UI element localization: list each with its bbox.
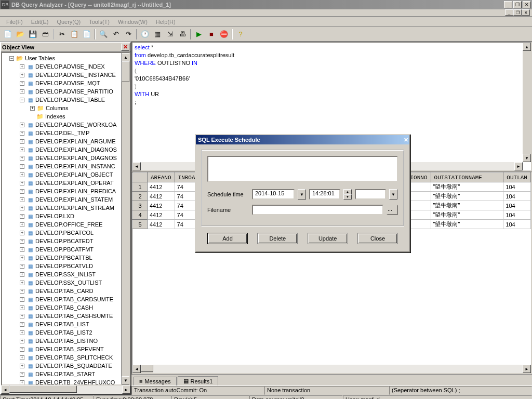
menu-file[interactable]: File(F) bbox=[2, 18, 27, 26]
tree-item[interactable]: +▦DEVELOP.EXPLAIN_STREAM bbox=[2, 204, 130, 212]
tree-item[interactable]: +▦DEVELOP.TAB_CASH bbox=[2, 303, 130, 312]
tab-messages[interactable]: ≡Messages bbox=[134, 377, 177, 385]
tree-scrollbar[interactable]: ▲ ▼ bbox=[121, 53, 129, 384]
tree-item[interactable]: +▦DEVELOP.TAB_START bbox=[2, 370, 130, 378]
tree-item[interactable]: +▦DEVELOP.TAB_SQUADDATE bbox=[2, 362, 130, 370]
results-hscroll[interactable]: ◄ ► bbox=[132, 365, 531, 373]
time-spinner[interactable]: ▲▼ bbox=[343, 189, 352, 200]
save-all-icon[interactable]: 🗃 bbox=[39, 29, 51, 40]
tree-item[interactable]: +▦DEVELOP.EXPLAIN_DIAGNOS bbox=[2, 145, 130, 154]
table-icon[interactable]: ▦ bbox=[152, 29, 163, 40]
tree-item[interactable]: +▦DEVELOP.TAB_LIST bbox=[2, 320, 130, 328]
close-button-dlg[interactable]: Close bbox=[357, 233, 398, 244]
tree-columns[interactable]: +📁Columns bbox=[2, 104, 130, 112]
copy-icon[interactable]: 📋 bbox=[69, 29, 80, 40]
mdi-close-button[interactable]: ✕ bbox=[522, 9, 530, 16]
schedule-repeat-combo[interactable] bbox=[355, 189, 386, 200]
tree-item[interactable]: +▦DEVELOP.EXPLAIN_OBJECT bbox=[2, 170, 130, 179]
tree-item[interactable]: +▦DEVELOP.ADVISE_INDEX bbox=[2, 62, 130, 71]
schedule-date-input[interactable]: 2014-10-15 bbox=[252, 189, 295, 200]
paste-icon[interactable]: 📄 bbox=[81, 29, 92, 40]
redo-icon[interactable]: ↷ bbox=[123, 29, 134, 40]
messages-icon: ≡ bbox=[139, 378, 142, 384]
schedule-time-input[interactable]: 14:28:01 bbox=[309, 189, 340, 200]
object-view-hscroll[interactable]: ◄ ► bbox=[1, 385, 130, 394]
undo-icon[interactable]: ↶ bbox=[110, 29, 122, 40]
tree-item[interactable]: +▦DEVELOP.ADVISE_MQT bbox=[2, 79, 130, 87]
menu-query[interactable]: Query(Q) bbox=[52, 18, 85, 26]
tree-item[interactable]: +▦DEVELOP.PBCATVLD bbox=[2, 262, 130, 270]
minimize-button[interactable]: _ bbox=[504, 1, 512, 8]
tree-item[interactable]: +▦DEVELOP.EXPLAIN_STATEM bbox=[2, 195, 130, 204]
add-button[interactable]: Add bbox=[207, 233, 248, 244]
grid-header[interactable]: OUTSTATIONNAME bbox=[431, 173, 503, 182]
tree-item[interactable]: +▦DEVELOP.ADVISE_INSTANCE bbox=[2, 71, 130, 79]
schedule-icon[interactable]: 🕐 bbox=[139, 29, 151, 40]
tree-item[interactable]: +▦DEVELOP.EXPLAIN_PREDICA bbox=[2, 187, 130, 195]
find-icon[interactable]: 🔍 bbox=[98, 29, 109, 40]
tree-item[interactable]: +▦DEVELOP.EXPLAIN_OPERAT bbox=[2, 179, 130, 187]
tree-item[interactable]: +▦DEVELOP.OFFICE_FREE bbox=[2, 220, 130, 229]
tree-item[interactable]: +▦DEVELOP.TAB_CASHSUMTE bbox=[2, 312, 130, 320]
tree-item[interactable]: +▦DEVELOP.EXPLAIN_INSTANC bbox=[2, 162, 130, 170]
tree-item[interactable]: −▦DEVELOP.ADVISE_TABLE bbox=[2, 96, 130, 104]
close-button[interactable]: ✕ bbox=[523, 1, 531, 8]
tree-item[interactable]: +▦DEVELOP.TAB_LIST2 bbox=[2, 328, 130, 337]
tree-item[interactable]: +▦DEVELOP.PBCATCOL bbox=[2, 229, 130, 237]
print-icon[interactable]: 🖶 bbox=[177, 29, 188, 40]
dialog-close-button[interactable]: ✕ bbox=[404, 137, 408, 143]
cancel-query-icon[interactable]: ⛔ bbox=[218, 29, 230, 40]
tree-item[interactable]: +▦DEVELOP.EXPLAIN_DIAGNOS bbox=[2, 154, 130, 162]
app-title: DB Query Analyzer - [Query -- unitoll2\m… bbox=[11, 2, 504, 8]
tree-item[interactable]: +▦DEVELOP.EXPLAIN_ARGUME bbox=[2, 137, 130, 145]
cut-icon[interactable]: ✂ bbox=[56, 29, 68, 40]
tree-item[interactable]: +▦DEVELOP.PBCATFMT bbox=[2, 245, 130, 254]
tree-item[interactable]: +▦DEVELOP.TAB_SPLITCHECK bbox=[2, 353, 130, 362]
status-user: User: magf_rj bbox=[343, 395, 532, 399]
menu-edit[interactable]: Edit(E) bbox=[27, 18, 53, 26]
new-icon[interactable]: 📄 bbox=[2, 29, 14, 40]
object-tree[interactable]: −📂User Tables+▦DEVELOP.ADVISE_INDEX+▦DEV… bbox=[1, 52, 130, 385]
tree-root[interactable]: −📂User Tables bbox=[2, 54, 130, 62]
object-view-close-button[interactable]: ✕ bbox=[121, 44, 129, 51]
export-icon[interactable]: ⇲ bbox=[164, 29, 176, 40]
tree-item[interactable]: +▦DEVELOP.ADVISE_PARTITIO bbox=[2, 87, 130, 96]
tree-item[interactable]: +▦DEVELOP.PBCATEDT bbox=[2, 237, 130, 245]
save-icon[interactable]: 💾 bbox=[27, 29, 38, 40]
tree-item[interactable]: +▦DEVELOP.LXD bbox=[2, 212, 130, 220]
schedule-list[interactable] bbox=[207, 156, 398, 182]
tree-item[interactable]: +▦DEVELOP.DEL_TMP bbox=[2, 129, 130, 137]
filename-input[interactable] bbox=[252, 205, 383, 215]
update-button[interactable]: Update bbox=[308, 233, 348, 244]
menu-window[interactable]: Window(W) bbox=[114, 18, 152, 26]
menu-tools[interactable]: Tools(T) bbox=[85, 18, 114, 26]
mdi-minimize-button[interactable]: _ bbox=[505, 9, 513, 16]
editor-vscroll[interactable]: ▲▼ bbox=[523, 43, 531, 162]
tree-item[interactable]: +▦DEVELOP.TAB_SPEVENT bbox=[2, 345, 130, 353]
tree-item[interactable]: +▦DEVELOP.TAB_CARD bbox=[2, 287, 130, 295]
tree-item[interactable]: +▦DEVELOP.PBCATTBL bbox=[2, 254, 130, 262]
maximize-button[interactable]: ❐ bbox=[513, 1, 522, 8]
date-dropdown-button[interactable]: ▼ bbox=[298, 189, 306, 200]
tree-item[interactable]: +▦DEVELOP.ADVISE_WORKLOA bbox=[2, 121, 130, 129]
open-icon[interactable]: 📂 bbox=[15, 29, 26, 40]
tab-results1[interactable]: ▦Results1 bbox=[178, 376, 219, 385]
stop-icon[interactable]: ■ bbox=[206, 29, 217, 40]
grid-header[interactable]: AREANO bbox=[147, 173, 175, 182]
dialog-title-bar[interactable]: SQL Execute Schedule ✕ bbox=[196, 135, 409, 144]
grid-corner[interactable] bbox=[133, 173, 148, 182]
repeat-dropdown-button[interactable]: ▼ bbox=[389, 189, 397, 200]
tree-item[interactable]: +▦DEVELOP.TB_24VEHFLUXCO bbox=[2, 378, 130, 385]
mdi-restore-button[interactable]: ❐ bbox=[513, 9, 522, 16]
grid-header[interactable]: OUTLAN bbox=[503, 173, 531, 182]
browse-button[interactable]: ... bbox=[387, 205, 398, 215]
help-icon[interactable]: ? bbox=[235, 29, 246, 40]
execute-icon[interactable]: ▶ bbox=[193, 29, 205, 40]
tree-indexes[interactable]: 📁Indexes bbox=[2, 112, 130, 121]
tree-item[interactable]: +▦DEVELOP.TAB_CARDSUMTE bbox=[2, 295, 130, 303]
menu-help[interactable]: Help(H) bbox=[152, 18, 180, 26]
tree-item[interactable]: +▦DEVELOP.TAB_LISTNO bbox=[2, 337, 130, 345]
tree-item[interactable]: +▦DEVELOP.SSX_OUTLIST bbox=[2, 278, 130, 287]
tree-item[interactable]: +▦DEVELOP.SSX_INLIST bbox=[2, 270, 130, 278]
delete-button[interactable]: Delete bbox=[257, 233, 298, 244]
